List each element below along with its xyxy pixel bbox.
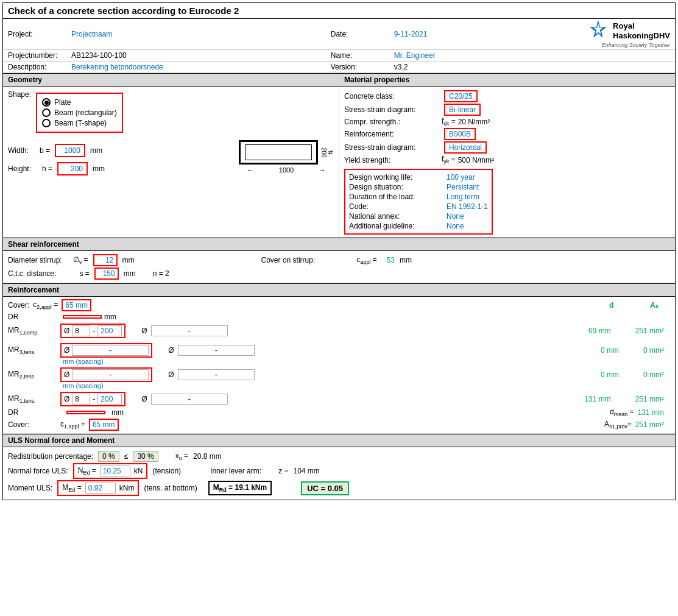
cover-top-input[interactable]: 65 mm: [62, 299, 91, 311]
stress-strain2-input[interactable]: Horizontal: [444, 141, 487, 154]
mr1-tens-dia-val[interactable]: 8: [72, 394, 90, 405]
mr3-tens-val[interactable]: -: [72, 345, 149, 356]
mr2-spacing-label: mm (spacing): [63, 382, 670, 389]
ned-input[interactable]: 10.25: [100, 466, 130, 476]
width-annotation: ← 1000 →: [247, 166, 326, 174]
yield-strength-value: 500 N/mm²: [458, 156, 494, 165]
stress-strain2-label: Stress-strain diagram:: [344, 143, 442, 152]
mr1-comp-input-group[interactable]: Ø 8 - 200: [60, 324, 125, 338]
plate-radio[interactable]: [42, 98, 51, 107]
yield-strength-label: Yield strength:: [344, 156, 442, 165]
mrd-label: MRd =: [213, 483, 233, 492]
project-info-row2: Projectnumber: AB1234-100-100 Name: Mr. …: [3, 50, 675, 62]
xu-value: 20.8 mm: [193, 452, 222, 461]
beam-t-radio[interactable]: [42, 119, 51, 127]
width-input[interactable]: 1000: [55, 144, 85, 157]
design-life-row: Design working life: 100 year: [349, 173, 488, 182]
dr-bottom-unit: mm: [111, 408, 124, 417]
med-input[interactable]: 0.92: [85, 483, 116, 494]
mr1-tens-dia2: Ø: [141, 395, 147, 403]
ctc-input[interactable]: 150: [94, 267, 119, 280]
mr1-comp-dia-val[interactable]: 8: [72, 325, 90, 336]
mr1-tens-dia2-input[interactable]: -: [151, 394, 228, 405]
project-label: Project:: [8, 30, 69, 38]
yield-formula: fyk =: [442, 155, 456, 165]
mr1-tens-spacing[interactable]: 200: [97, 394, 122, 405]
national-annex-row: National annex: None: [349, 212, 488, 221]
shape-label: Shape:: [8, 90, 31, 99]
cover-bot-input[interactable]: 65 mm: [89, 419, 119, 431]
ned-input-group[interactable]: NEd = 10.25 kN: [73, 463, 148, 479]
stress-strain-label: Stress-strain diagram:: [344, 105, 442, 114]
redistrib-leq: ≤: [124, 452, 129, 461]
shape-beam-t[interactable]: Beam (T-shape): [42, 119, 117, 127]
mrd-value: 19.1 kNm: [235, 483, 267, 492]
mr2-tens-dia2-input[interactable]: -: [178, 369, 255, 380]
additional-row: Additional guideline: None: [349, 222, 488, 230]
mr3-tens-input-group[interactable]: Ø -: [60, 343, 152, 358]
ctc-sym: s =: [79, 269, 89, 278]
uls-section: Redistribution percentage: 0 % ≤ 30 % xu…: [3, 447, 675, 500]
redistrib-row: Redistribution percentage: 0 % ≤ 30 % xu…: [8, 451, 670, 462]
rhdhv-logo-icon: [587, 20, 609, 42]
compr-formula: fck =: [442, 117, 456, 127]
project-info-row3: Description: Berekening betondoorsnede V…: [3, 62, 675, 73]
width-unit: mm: [90, 146, 102, 155]
beam-rect-label: Beam (rectangular): [54, 108, 117, 117]
beam-t-label: Beam (T-shape): [54, 119, 107, 127]
mr2-tens-dia: Ø: [64, 370, 69, 379]
mr2-tens-label: MR2,tens.: [8, 370, 57, 380]
mr2-tens-row: MR2,tens. Ø - Ø - 0 mm 0 mm²: [8, 367, 670, 382]
concrete-class-input[interactable]: C20/25: [444, 90, 478, 102]
mr3-tens-dia2: Ø: [168, 346, 174, 355]
stress-strain-input[interactable]: Bi-linear: [444, 104, 481, 116]
mr1-comp-row: MR1,comp. Ø 8 - 200 Ø - 69 mm 251 mm²: [8, 324, 670, 338]
shape-plate[interactable]: Plate: [42, 98, 117, 107]
beam-rect-radio[interactable]: [42, 108, 51, 117]
mr1-comp-dia2-input[interactable]: -: [151, 325, 228, 336]
mr2-tens-val[interactable]: -: [72, 369, 149, 380]
reinforcement-input[interactable]: B500B: [444, 128, 476, 140]
mr3-tens-dia: Ø: [64, 346, 69, 355]
dr-top-input[interactable]: [63, 315, 102, 319]
load-duration-label: Duration of the load:: [349, 193, 447, 201]
shear-header: Shear reinforcement: [3, 238, 675, 251]
redistrib-label: Redistribution percentage:: [8, 452, 93, 461]
mr1-comp-dash: -: [93, 327, 95, 335]
height-eq: h =: [42, 165, 52, 173]
ctc-label: C.t.c. distance:: [8, 269, 56, 278]
mr1-tens-input-group[interactable]: Ø 8 - 200: [60, 392, 125, 406]
mr3-spacing-label: mm (spacing): [63, 358, 670, 365]
z-value: 104 mm: [293, 467, 319, 475]
reinforcement-row: Reinforcement: B500B: [344, 128, 670, 140]
version-value: v3.2: [394, 63, 408, 71]
width-arrow-label: 1000: [279, 166, 294, 174]
shape-selection-box[interactable]: Plate Beam (rectangular) Beam (T-shape): [36, 93, 123, 133]
shape-beam-rect[interactable]: Beam (rectangular): [42, 108, 117, 117]
diameter-sym: ∅v =: [73, 255, 88, 265]
rect-outline: [239, 140, 318, 165]
med-input-group[interactable]: MEd = 0.92 kNm: [57, 480, 139, 496]
as1-prov-label: As1,prov=: [604, 420, 632, 430]
dr-bottom-input[interactable]: [66, 411, 105, 414]
ned-sym: NEd =: [78, 466, 96, 476]
dr-bottom-row: DR mm dmean = 131 mm: [8, 408, 670, 417]
project-info-row1: Project: Projectnaam Date: 9-11-2021 Roy…: [3, 19, 675, 50]
mr2-tens-input-group[interactable]: Ø -: [60, 367, 152, 382]
rect-inner: [245, 144, 312, 160]
mr1-tens-dia: Ø: [64, 395, 69, 403]
height-unit: mm: [93, 165, 105, 173]
diameter-input[interactable]: 12: [93, 254, 118, 266]
height-input[interactable]: 200: [57, 162, 88, 175]
height-annotation: ⇅ 200: [320, 147, 334, 158]
dr-bottom-label: DR: [8, 408, 57, 417]
code-value: EN 1992-1-1: [447, 202, 488, 211]
cover-stirrup-label: Cover on stirrup:: [261, 256, 316, 264]
design-sit-value: Persistant: [447, 183, 479, 191]
code-label: Code:: [349, 202, 447, 211]
mr3-tens-dia2-input[interactable]: -: [178, 345, 255, 356]
redistrib-input[interactable]: 0 %: [98, 451, 119, 462]
as1-prov-value: 251 mm²: [635, 420, 664, 429]
mr1-comp-spacing[interactable]: 200: [97, 325, 122, 336]
projectnumber-label: Projectnumber:: [8, 51, 69, 60]
